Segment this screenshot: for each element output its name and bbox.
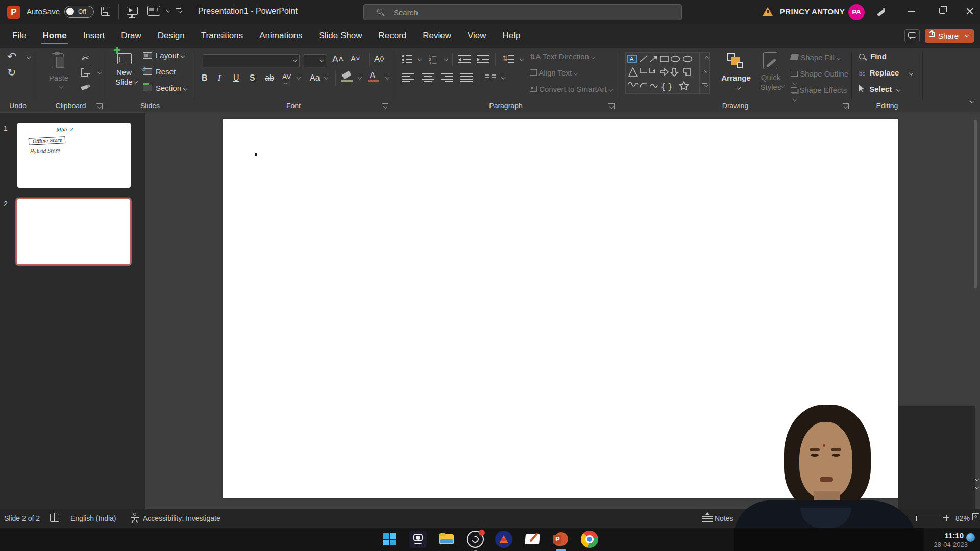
warning-icon[interactable] <box>763 7 773 16</box>
comments-button[interactable] <box>904 29 920 42</box>
avatar[interactable]: PA <box>848 4 865 20</box>
layout-button[interactable]: Layout <box>143 51 184 60</box>
align-text-button[interactable]: Align Text <box>530 68 577 77</box>
close-button[interactable] <box>966 7 974 15</box>
preview-icon[interactable] <box>147 6 160 16</box>
reset-button[interactable]: ↺ Reset <box>143 67 176 77</box>
numbering-chevron[interactable] <box>444 57 448 61</box>
restore-button[interactable] <box>939 8 945 14</box>
paragraph-dialog-launcher[interactable] <box>608 103 615 109</box>
strikethrough-button[interactable]: ab <box>265 73 274 83</box>
numbering-icon[interactable]: 1 —2 —3 — <box>429 54 440 64</box>
text-direction-button[interactable]: ⇅A Text Direction <box>530 52 595 61</box>
shapes-gallery[interactable]: A { } <box>625 52 710 94</box>
shape-effects-button[interactable]: Shape Effects <box>791 86 851 103</box>
taskbar-start-button[interactable] <box>381 531 398 548</box>
drawing-dialog-launcher[interactable] <box>843 103 849 109</box>
slide-indicator[interactable]: Slide 2 of 2 <box>4 514 40 522</box>
line-spacing-chevron[interactable] <box>520 57 524 61</box>
font-color-button[interactable]: A <box>368 71 379 83</box>
shapes-gallery-scrollbar[interactable] <box>699 53 709 93</box>
change-case-button[interactable]: Aa <box>310 73 320 83</box>
tab-design[interactable]: Design <box>150 24 193 46</box>
decrease-indent-icon[interactable] <box>458 55 471 63</box>
font-dialog-launcher[interactable] <box>382 103 388 109</box>
minimize-button[interactable] <box>908 11 915 12</box>
taskbar-media-app-icon[interactable] <box>495 531 512 548</box>
align-center-icon[interactable] <box>422 73 434 82</box>
new-slide-button[interactable]: New Slide <box>109 51 139 99</box>
slide-2-thumbnail-selected[interactable] <box>16 198 131 265</box>
quick-styles-button[interactable]: Quick Styles <box>755 52 787 99</box>
font-size-combo[interactable] <box>304 54 326 67</box>
select-button[interactable]: Select <box>859 85 900 93</box>
highlight-color-button[interactable] <box>341 72 353 83</box>
columns-icon[interactable] <box>485 73 496 82</box>
decrease-font-icon[interactable]: A˅ <box>351 54 360 63</box>
tab-help[interactable]: Help <box>495 24 529 46</box>
shape-outline-button[interactable]: Shape Outline <box>791 69 851 87</box>
format-painter-icon[interactable] <box>81 85 89 92</box>
tab-file[interactable]: File <box>4 24 34 46</box>
bullets-icon[interactable] <box>402 55 412 63</box>
clear-formatting-icon[interactable]: A◊ <box>374 54 384 64</box>
align-left-icon[interactable] <box>402 73 414 82</box>
taskbar-file-explorer-icon[interactable] <box>438 531 455 548</box>
bold-button[interactable]: B <box>202 73 208 83</box>
undo-icon[interactable]: ↶ <box>7 50 16 63</box>
align-right-icon[interactable] <box>441 73 453 82</box>
qat-customize-chevron[interactable] <box>178 9 182 13</box>
save-icon[interactable] <box>101 7 110 16</box>
copy-dropdown-chevron[interactable] <box>97 70 102 74</box>
clipboard-dialog-launcher[interactable] <box>96 103 103 109</box>
scrollbar-thumb[interactable] <box>974 120 977 288</box>
taskbar-obs-studio-icon[interactable] <box>467 531 484 548</box>
accessibility-status[interactable]: Accessibility: Investigate <box>143 514 220 522</box>
search-box[interactable]: Search <box>363 4 682 20</box>
line-spacing-icon[interactable]: ⇅ <box>502 55 514 63</box>
tab-animations[interactable]: Animations <box>251 24 310 46</box>
user-name[interactable]: PRINCY ANTONY <box>780 7 845 16</box>
font-color-chevron[interactable] <box>385 75 389 79</box>
language-indicator[interactable]: English (India) <box>70 514 116 522</box>
shape-fill-button[interactable]: Shape Fill <box>791 53 840 62</box>
next-slide-icon[interactable] <box>975 485 979 489</box>
autosave-toggle[interactable]: Off <box>64 6 94 18</box>
collapse-ribbon-chevron[interactable] <box>970 98 974 103</box>
font-name-combo[interactable] <box>203 54 300 67</box>
notes-icon[interactable] <box>702 514 713 522</box>
tab-home[interactable]: Home <box>34 24 75 46</box>
zoom-in-button[interactable] <box>943 517 949 518</box>
tray-weather-icon[interactable] <box>966 533 975 542</box>
share-button[interactable]: Share <box>925 29 974 43</box>
slideshow-icon[interactable] <box>127 7 138 15</box>
tab-transitions[interactable]: Transitions <box>193 24 252 46</box>
paste-button[interactable]: Paste <box>45 52 72 97</box>
highlight-chevron[interactable] <box>358 75 362 79</box>
tab-view[interactable]: View <box>459 24 495 46</box>
italic-button[interactable]: I <box>218 73 220 83</box>
zoom-level[interactable]: 82% <box>955 514 970 522</box>
undo-dropdown-chevron[interactable] <box>27 55 31 59</box>
columns-chevron[interactable] <box>501 75 505 79</box>
convert-smartart-button[interactable]: Convert to SmartArt <box>530 85 612 93</box>
spacing-chevron[interactable] <box>297 75 301 79</box>
underline-button[interactable]: U <box>233 73 239 83</box>
arrange-button[interactable]: Arrange <box>719 52 753 99</box>
cut-icon[interactable]: ✂ <box>81 52 89 64</box>
pen-icon[interactable] <box>876 7 886 17</box>
taskbar-camera-app-icon[interactable] <box>409 531 427 548</box>
taskbar-powerpoint-icon[interactable]: P <box>552 531 570 548</box>
preview-dropdown-chevron[interactable] <box>166 8 170 12</box>
slide-1-thumbnail[interactable]: Mbli -3 Offline Store Hybrid Store <box>17 123 131 188</box>
case-chevron[interactable] <box>324 75 328 79</box>
spellcheck-icon[interactable] <box>50 514 59 522</box>
scroll-down-icon[interactable] <box>975 477 979 481</box>
replace-button[interactable]: bc Replace <box>859 68 913 77</box>
tab-insert[interactable]: Insert <box>75 24 113 46</box>
taskbar-whiteboard-app-icon[interactable] <box>524 531 541 548</box>
tab-record[interactable]: Record <box>370 24 414 46</box>
increase-font-icon[interactable]: A˄ <box>332 54 344 65</box>
tab-draw[interactable]: Draw <box>113 24 150 46</box>
text-shadow-button[interactable]: S <box>250 73 255 83</box>
